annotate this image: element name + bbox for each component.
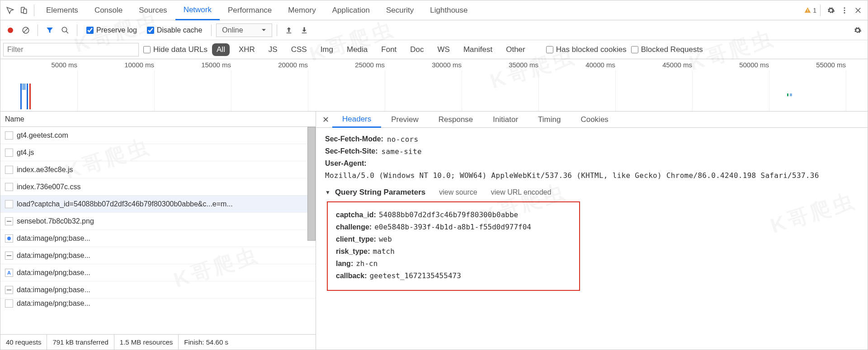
request-row[interactable]: data:image/png;base...	[0, 264, 316, 281]
gear-icon[interactable]	[850, 23, 865, 37]
tab-network[interactable]: Network	[175, 0, 220, 20]
dtab-timing[interactable]: Timing	[528, 112, 571, 128]
header-key: Sec-Fetch-Mode:	[325, 135, 383, 144]
svg-point-7	[8, 28, 13, 33]
type-manifest[interactable]: Manifest	[459, 43, 497, 56]
filter-icon[interactable]	[42, 23, 57, 37]
param-value: geetest_1672135455473	[369, 271, 461, 280]
view-url-encoded-link[interactable]: view URL encoded	[491, 188, 552, 196]
kebab-icon[interactable]	[838, 4, 851, 17]
request-row[interactable]: data:image/png;base...	[0, 299, 316, 308]
request-row[interactable]: data:image/png;base...	[0, 247, 316, 264]
blocked-requests-checkbox[interactable]: Blocked Requests	[631, 45, 703, 54]
type-css[interactable]: CSS	[287, 43, 311, 56]
request-row[interactable]: index.736e007c.css	[0, 178, 316, 196]
svg-point-5	[844, 9, 845, 11]
dtab-cookies[interactable]: Cookies	[571, 112, 618, 128]
svg-rect-1	[24, 9, 27, 14]
query-params-box: captcha_id:54088bb07d2df3c46b79f80300b0a…	[327, 201, 580, 291]
dtab-headers[interactable]: Headers	[332, 112, 381, 128]
type-media[interactable]: Media	[342, 43, 372, 56]
network-toolbar: Preserve log Disable cache Online	[0, 20, 868, 40]
type-doc[interactable]: Doc	[406, 43, 428, 56]
clear-icon[interactable]	[19, 23, 33, 37]
request-name: index.736e007c.css	[17, 183, 80, 191]
file-icon	[5, 183, 13, 191]
type-img[interactable]: Img	[316, 43, 338, 56]
record-icon[interactable]	[3, 23, 18, 37]
inspect-icon[interactable]	[3, 4, 17, 17]
param-value: match	[373, 247, 395, 256]
request-name: data:image/png;base...	[17, 252, 90, 260]
type-font[interactable]: Font	[377, 43, 401, 56]
svg-point-9	[62, 27, 67, 32]
svg-rect-11	[302, 33, 307, 33]
request-row[interactable]: gt4.js	[0, 144, 316, 161]
separator	[211, 24, 212, 36]
type-ws[interactable]: WS	[433, 43, 454, 56]
request-row[interactable]: load?captcha_id=54088bb07d2df3c46b79f803…	[0, 196, 316, 213]
file-icon	[5, 286, 13, 294]
request-row[interactable]: gt4.geetest.com	[0, 127, 316, 144]
waterfall-overview[interactable]: 5000 ms10000 ms15000 ms20000 ms25000 ms3…	[0, 59, 868, 112]
request-name: data:image/png;base...	[17, 286, 90, 294]
type-other[interactable]: Other	[501, 43, 530, 56]
query-param-line: challenge:e0e5848b-393f-4b1d-a8b1-f55d0d…	[336, 223, 571, 231]
tab-elements[interactable]: Elements	[38, 0, 86, 20]
timeline-tick: 25000 ms	[355, 61, 385, 69]
header-line: Sec-Fetch-Mode:no-cors	[325, 135, 859, 144]
warnings-chip[interactable]: 1	[804, 7, 816, 14]
type-xhr[interactable]: XHR	[234, 43, 259, 56]
timeline-tick: 10000 ms	[124, 61, 154, 69]
close-details-icon[interactable]: ✕	[319, 113, 332, 126]
dtab-initiator[interactable]: Initiator	[483, 112, 528, 128]
dtab-response[interactable]: Response	[429, 112, 483, 128]
download-icon[interactable]	[297, 23, 311, 37]
type-all[interactable]: All	[212, 43, 230, 56]
upload-icon[interactable]	[282, 23, 296, 37]
request-row[interactable]: sensebot.7b8c0b32.png	[0, 213, 316, 230]
tab-lighthouse[interactable]: Lighthouse	[422, 0, 476, 20]
tab-performance[interactable]: Performance	[220, 0, 280, 20]
disable-cache-checkbox[interactable]: Disable cache	[147, 26, 203, 34]
filter-input[interactable]	[3, 43, 139, 56]
request-list-header[interactable]: Name	[0, 112, 316, 127]
status-finish: Finish: 54.60 s	[179, 335, 234, 350]
tab-memory[interactable]: Memory	[280, 0, 324, 20]
tab-sources[interactable]: Sources	[131, 0, 175, 20]
request-row[interactable]: data:image/png;base...	[0, 281, 316, 299]
tab-console[interactable]: Console	[86, 0, 131, 20]
separator	[34, 5, 34, 16]
query-params-section[interactable]: ▼ Query String Parameters view source vi…	[325, 188, 859, 197]
disable-cache-label: Disable cache	[157, 26, 203, 34]
filter-row: Hide data URLs All XHR JS CSS Img Media …	[0, 40, 868, 59]
type-js[interactable]: JS	[264, 43, 282, 56]
network-status-bar: 40 requests 791 kB transferred 1.5 MB re…	[0, 334, 316, 350]
request-row[interactable]: data:image/png;base...	[0, 230, 316, 247]
close-icon[interactable]	[851, 4, 865, 17]
param-key: challenge:	[336, 223, 372, 231]
view-source-link[interactable]: view source	[439, 188, 477, 196]
blocked-cookies-checkbox[interactable]: Has blocked cookies	[546, 45, 627, 54]
svg-point-4	[844, 7, 845, 9]
tab-security[interactable]: Security	[378, 0, 422, 20]
status-resources: 1.5 MB resources	[114, 335, 179, 350]
warnings-count: 1	[813, 7, 816, 14]
timeline-tick: 15000 ms	[201, 61, 231, 69]
throttling-select[interactable]: Online	[216, 23, 272, 37]
request-row[interactable]: index.ae3fec8e.js	[0, 161, 316, 178]
timeline-tick: 30000 ms	[432, 61, 462, 69]
header-value: no-cors	[387, 135, 419, 144]
header-value: Mozilla/5.0 (Windows NT 10.0; WOW64) App…	[325, 171, 819, 180]
file-icon	[5, 269, 13, 277]
scrollbar-thumb[interactable]	[307, 127, 316, 241]
timeline-tick: 20000 ms	[278, 61, 308, 69]
header-key: Sec-Fetch-Site:	[325, 147, 377, 156]
tab-application[interactable]: Application	[324, 0, 378, 20]
hide-data-urls-checkbox[interactable]: Hide data URLs	[143, 45, 208, 54]
dtab-preview[interactable]: Preview	[381, 112, 428, 128]
device-toggle-icon[interactable]	[17, 4, 30, 17]
search-icon[interactable]	[58, 23, 72, 37]
preserve-log-checkbox[interactable]: Preserve log	[86, 26, 137, 34]
gear-icon[interactable]	[824, 4, 838, 17]
